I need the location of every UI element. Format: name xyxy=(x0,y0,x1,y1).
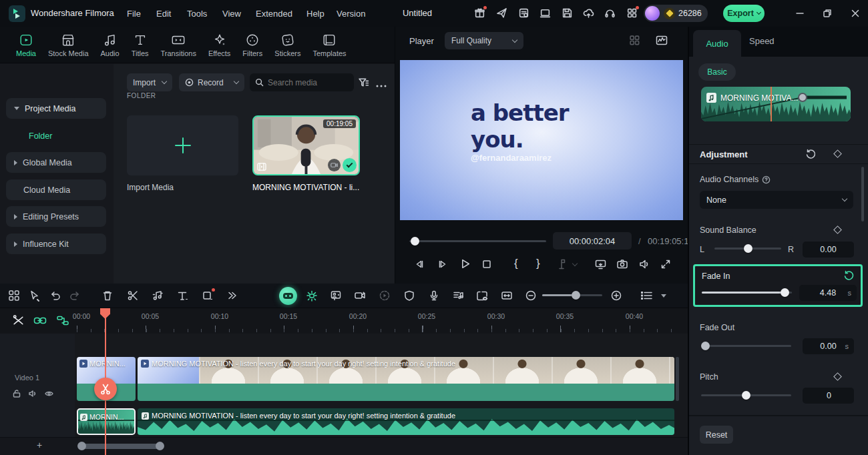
reset-button[interactable]: Reset xyxy=(700,426,733,444)
mark-in-button[interactable]: { xyxy=(514,257,518,270)
add-track-button[interactable]: + xyxy=(37,440,42,450)
media-clip-tile[interactable]: 00:19:05 xyxy=(252,115,360,175)
filter-icon[interactable] xyxy=(358,77,369,88)
reset-adjustment-icon[interactable] xyxy=(805,149,816,159)
audio-channels-dropdown[interactable]: None xyxy=(700,191,853,209)
pitch-slider[interactable] xyxy=(701,391,791,400)
zoom-to-fit-icon[interactable] xyxy=(501,290,513,302)
audio-clip-preview[interactable]: MORNING MOTIVA... xyxy=(701,87,851,121)
voiceover-mic-icon[interactable] xyxy=(428,290,440,302)
text-to-speech-icon[interactable] xyxy=(330,290,342,302)
tab-stickers[interactable]: Stickers xyxy=(269,33,306,57)
marker-button[interactable] xyxy=(556,258,568,270)
menu-edit[interactable]: Edit xyxy=(152,6,175,21)
timeline-zoom-slider[interactable] xyxy=(542,294,602,297)
mask-icon[interactable] xyxy=(403,290,415,302)
ai-copilot-icon[interactable] xyxy=(279,287,297,305)
ripple-delete-icon[interactable] xyxy=(12,314,25,327)
tab-media[interactable]: Media xyxy=(11,33,41,57)
media-browser-icon[interactable] xyxy=(8,290,20,302)
gift-icon[interactable] xyxy=(474,7,485,19)
add-text-icon[interactable] xyxy=(176,290,188,302)
apps-grid-icon[interactable] xyxy=(626,7,638,19)
fade-out-slider[interactable] xyxy=(701,342,791,350)
tab-transitions[interactable]: Transitions xyxy=(156,33,202,57)
mark-out-button[interactable]: } xyxy=(536,257,540,270)
more-tools-icon[interactable] xyxy=(226,290,238,302)
play-button[interactable] xyxy=(459,258,471,270)
export-button[interactable]: Export xyxy=(723,5,765,22)
pitch-keyframe-icon[interactable] xyxy=(833,372,842,381)
volume-button[interactable] xyxy=(638,258,650,270)
zoom-slider-handle[interactable] xyxy=(572,291,580,300)
menu-view[interactable]: View xyxy=(218,6,245,21)
player-seekbar[interactable] xyxy=(409,237,546,246)
zoom-out-icon[interactable] xyxy=(525,290,537,302)
sound-balance-keyframe-icon[interactable] xyxy=(833,225,842,234)
video-track-mute-icon[interactable] xyxy=(28,389,37,398)
task-list-icon[interactable] xyxy=(518,7,529,19)
tab-speed-properties[interactable]: Speed xyxy=(749,36,775,46)
current-timecode[interactable]: 00:00:02:04 xyxy=(553,232,632,250)
render-preview-icon[interactable] xyxy=(379,290,391,302)
sidebar-item-cloud-media[interactable]: Cloud Media xyxy=(6,179,106,200)
sidebar-item-influence-kit[interactable]: Influence Kit xyxy=(6,234,106,254)
basic-pill[interactable]: Basic xyxy=(698,63,736,81)
scopes-icon[interactable] xyxy=(656,35,668,46)
cloud-upload-icon[interactable] xyxy=(583,7,594,19)
video-track-visibility-icon[interactable] xyxy=(44,389,54,398)
video-clip-2[interactable]: MORNING MOTIVATION - listen every day to… xyxy=(138,357,674,401)
proxy-camera-icon[interactable] xyxy=(328,159,341,171)
snapshot-button[interactable] xyxy=(616,258,628,270)
search-input[interactable] xyxy=(268,78,341,87)
redo-icon[interactable] xyxy=(69,290,81,302)
sidebar-item-editing-presets[interactable]: Editing Presets xyxy=(6,206,106,227)
undo-icon[interactable] xyxy=(49,290,61,302)
sidebar-item-project-media[interactable]: Project Media xyxy=(6,98,106,119)
crop-icon[interactable] xyxy=(201,290,213,302)
panel-scrollbar[interactable] xyxy=(861,167,864,221)
beat-detection-icon[interactable] xyxy=(152,290,164,302)
menu-help[interactable]: Help xyxy=(302,6,329,21)
seekbar-handle[interactable] xyxy=(411,237,419,246)
fullscreen-button[interactable] xyxy=(660,258,672,270)
select-tool-icon[interactable] xyxy=(29,290,41,302)
tab-templates[interactable]: Templates xyxy=(307,33,351,57)
sound-balance-handle[interactable] xyxy=(744,244,752,253)
volume-envelope-line[interactable] xyxy=(138,420,674,421)
ai-camera-icon[interactable] xyxy=(354,290,366,302)
delete-icon[interactable] xyxy=(101,290,114,302)
fade-in-value-box[interactable]: 4.48 s xyxy=(799,285,857,301)
auto-lyrics-icon[interactable] xyxy=(452,290,464,302)
search-box[interactable] xyxy=(250,73,354,91)
keyframe-diamond-icon[interactable] xyxy=(833,149,842,158)
sidebar-item-folder[interactable]: Folder xyxy=(6,125,106,146)
video-track-lock-icon[interactable] xyxy=(12,389,21,398)
next-frame-button[interactable] xyxy=(436,258,448,270)
save-icon[interactable] xyxy=(562,7,573,19)
timeline-hscrollbar[interactable] xyxy=(79,444,163,449)
video-preview[interactable]: a better you. @fernandaraamirez xyxy=(400,60,683,220)
record-dropdown[interactable]: Record xyxy=(179,73,244,91)
tab-audio-properties[interactable]: Audio xyxy=(693,30,741,57)
tab-filters[interactable]: Filters xyxy=(237,33,268,57)
stop-button[interactable] xyxy=(481,258,493,270)
audio-clip-2[interactable]: MORNING MOTIVATION - listen every day to… xyxy=(138,408,674,435)
fade-out-handle[interactable] xyxy=(701,342,710,350)
close-button[interactable] xyxy=(847,7,864,20)
more-options-icon[interactable] xyxy=(375,80,387,90)
tab-audio[interactable]: Audio xyxy=(95,33,125,57)
previous-frame-button[interactable] xyxy=(414,258,426,270)
audio-clip-1-selected[interactable]: MORNIN... xyxy=(77,408,136,435)
import-dropdown[interactable]: Import xyxy=(127,73,172,91)
link-clips-icon[interactable] xyxy=(33,315,47,326)
fade-in-handle[interactable] xyxy=(781,288,789,297)
account-coins-pill[interactable]: 26286 xyxy=(644,5,708,22)
device-icon[interactable] xyxy=(539,7,551,19)
split-at-playhead-button[interactable] xyxy=(94,378,117,400)
track-manager-caret[interactable] xyxy=(661,294,666,298)
support-headset-icon[interactable] xyxy=(604,7,616,19)
screen-preview-icon[interactable] xyxy=(476,290,488,302)
sound-balance-slider[interactable] xyxy=(714,244,781,253)
sidebar-item-global-media[interactable]: Global Media xyxy=(6,152,106,173)
